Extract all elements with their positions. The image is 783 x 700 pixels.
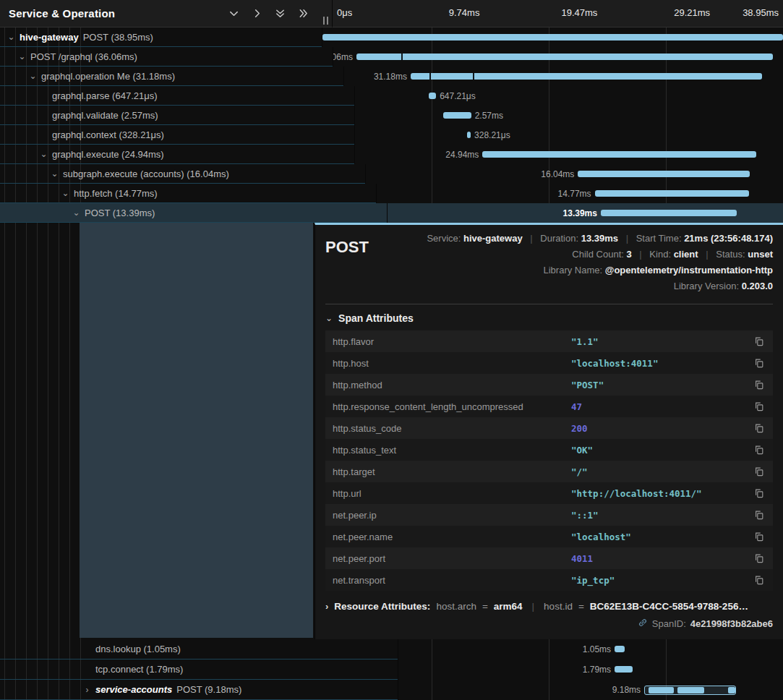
span-name-cell[interactable]: ⌄ http.fetch (14.77ms) xyxy=(0,184,376,203)
span-attributes-section-toggle[interactable]: ⌄ Span Attributes xyxy=(325,312,414,324)
detail-divider xyxy=(325,304,773,304)
span-timeline-cell[interactable]: 16.04ms xyxy=(365,164,783,184)
span-duration-bar[interactable] xyxy=(443,112,471,119)
span-name-cell[interactable]: ⌄ graphql.execute (24.94ms) xyxy=(0,145,354,164)
chevron-right-icon[interactable] xyxy=(252,8,262,19)
link-icon[interactable] xyxy=(638,618,648,630)
copy-icon[interactable] xyxy=(753,552,766,565)
resource-attributes-toggle[interactable]: › Resource Attributes: host.arch = arm64… xyxy=(325,601,773,612)
span-duration-bar[interactable] xyxy=(595,190,749,197)
span-duration-bar[interactable] xyxy=(429,93,436,99)
span-timeline-cell[interactable]: 36.06ms xyxy=(333,47,783,67)
copy-icon[interactable] xyxy=(753,530,766,543)
span-timeline-cell[interactable]: 1.05ms xyxy=(398,639,783,660)
span-timeline-cell[interactable]: 13.39ms xyxy=(387,203,783,223)
span-duration-bar[interactable] xyxy=(356,54,773,60)
span-row[interactable]: ⌄ subgraph.execute (accounts) (16.04ms) … xyxy=(0,164,783,184)
copy-icon[interactable] xyxy=(753,487,766,500)
chevron-down-icon[interactable]: ⌄ xyxy=(40,150,48,158)
span-name-cell[interactable]: dns.lookup (1.05ms) xyxy=(0,639,398,660)
span-duration-bar[interactable] xyxy=(615,666,632,673)
copy-icon[interactable] xyxy=(753,378,766,391)
chevron-down-icon[interactable]: ⌄ xyxy=(72,208,80,217)
span-operation-label: graphql.validate (2.57ms) xyxy=(52,110,158,121)
span-name-cell[interactable]: ⌄ subgraph.execute (accounts) (16.04ms) xyxy=(0,164,365,184)
span-attributes-table: http.flavor "1.1" http.host "localhost:4… xyxy=(325,330,773,591)
chevron-down-icon[interactable]: ⌄ xyxy=(51,169,59,178)
span-name-cell[interactable]: › service-accounts POST (9.18ms) xyxy=(0,680,398,700)
attribute-value: "ip_tcp" xyxy=(571,575,753,586)
chevron-down-icon[interactable]: ⌄ xyxy=(7,33,15,41)
chevron-down-icon[interactable]: ⌄ xyxy=(29,72,37,80)
chevron-down-icon[interactable]: ⌄ xyxy=(18,52,26,61)
span-name-cell[interactable]: tcp.connect (1.79ms) xyxy=(0,660,398,680)
copy-icon[interactable] xyxy=(753,422,766,435)
span-row[interactable]: ⌄ hive-gateway POST (38.95ms) 38.95ms xyxy=(0,27,783,47)
span-row[interactable]: ⌄ graphql.operation Me (31.18ms) 31.18ms xyxy=(0,67,783,86)
span-row[interactable]: ⌄ http.fetch (14.77ms) 14.77ms xyxy=(0,184,783,203)
span-duration-bar[interactable] xyxy=(601,210,737,216)
span-timeline-cell[interactable]: 31.18ms xyxy=(343,67,783,86)
span-timeline-cell[interactable]: 328.21μs xyxy=(354,125,783,145)
span-row-selected[interactable]: ⌄ POST (13.39ms) 13.39ms xyxy=(0,203,783,223)
double-chevron-down-icon[interactable] xyxy=(275,8,286,19)
span-duration-bar[interactable] xyxy=(578,171,750,177)
span-row[interactable]: graphql.validate (2.57ms) 2.57ms xyxy=(0,106,783,125)
copy-icon[interactable] xyxy=(753,443,766,456)
span-duration-bar[interactable] xyxy=(615,646,625,652)
span-duration-bar[interactable] xyxy=(644,686,736,695)
span-duration-label: 36.06ms xyxy=(333,52,353,62)
span-row[interactable]: ⌄ graphql.execute (24.94ms) 24.94ms xyxy=(0,145,783,164)
chevron-down-icon[interactable] xyxy=(228,8,239,19)
span-row[interactable]: graphql.parse (647.21μs) 647.21μs xyxy=(0,86,783,106)
span-name-cell[interactable]: ⌄ hive-gateway POST (38.95ms) xyxy=(0,27,322,47)
span-row[interactable]: ⌄ POST /graphql (36.06ms) 36.06ms xyxy=(0,47,783,67)
span-detail-panel: POST Service: hive-gateway | Duration: 1… xyxy=(315,223,783,639)
attribute-row: http.status_text "OK" xyxy=(325,439,773,461)
span-duration-bar[interactable] xyxy=(411,73,762,80)
span-name-cell[interactable]: ⌄ graphql.operation Me (31.18ms) xyxy=(0,67,343,86)
span-name-cell[interactable]: graphql.validate (2.57ms) xyxy=(0,106,354,125)
chevron-down-icon[interactable]: ⌄ xyxy=(61,189,69,197)
span-name-cell[interactable]: graphql.context (328.21μs) xyxy=(0,125,354,145)
span-duration-bar[interactable] xyxy=(467,132,471,138)
attribute-row: http.flavor "1.1" xyxy=(325,330,773,352)
chevron-right-icon: › xyxy=(325,601,328,612)
span-duration-bar[interactable] xyxy=(322,34,783,40)
span-duration-bar[interactable] xyxy=(482,151,756,158)
kind-label: Kind: xyxy=(649,249,671,260)
span-row[interactable]: graphql.context (328.21μs) 328.21μs xyxy=(0,125,783,145)
span-duration-label: 24.94ms xyxy=(445,150,479,160)
span-timeline-cell[interactable]: 24.94ms xyxy=(354,145,783,164)
status-label: Status: xyxy=(716,249,745,260)
copy-icon[interactable] xyxy=(753,357,766,370)
span-name-cell[interactable]: ⌄ POST (13.39ms) xyxy=(0,203,387,223)
span-row[interactable]: dns.lookup (1.05ms) 1.05ms xyxy=(0,639,783,660)
span-row[interactable]: › service-accounts POST (9.18ms) 9.18ms xyxy=(0,680,783,700)
copy-icon[interactable] xyxy=(753,400,766,413)
span-timeline-cell[interactable]: 1.79ms xyxy=(398,660,783,680)
copy-icon[interactable] xyxy=(753,573,766,586)
span-timeline-cell[interactable]: 14.77ms xyxy=(376,184,783,203)
span-timeline-cell[interactable]: 38.95ms xyxy=(322,27,783,47)
attribute-key: http.method xyxy=(333,380,571,390)
child-count-value: 3 xyxy=(626,249,631,260)
timeline-tick: 38.95ms xyxy=(743,7,779,18)
copy-icon[interactable] xyxy=(753,465,766,478)
span-timeline-cell[interactable]: 9.18ms xyxy=(398,680,783,700)
chevron-right-icon[interactable]: › xyxy=(83,686,91,694)
start-time-label: Start Time: xyxy=(636,233,682,244)
attribute-value: "localhost" xyxy=(571,532,753,542)
copy-icon[interactable] xyxy=(753,508,766,521)
span-name-cell[interactable]: graphql.parse (647.21μs) xyxy=(0,86,354,106)
span-duration-label: 328.21μs xyxy=(474,130,510,140)
double-chevron-right-icon[interactable] xyxy=(298,8,309,19)
span-timeline-cell[interactable]: 2.57ms xyxy=(354,106,783,125)
column-resize-handle[interactable] xyxy=(323,17,328,25)
span-row[interactable]: tcp.connect (1.79ms) 1.79ms xyxy=(0,660,783,680)
span-name-cell[interactable]: ⌄ POST /graphql (36.06ms) xyxy=(0,47,333,67)
span-timeline-cell[interactable]: 647.21μs xyxy=(354,86,783,106)
copy-icon[interactable] xyxy=(753,335,766,348)
selected-span-indent-box xyxy=(80,223,313,638)
attribute-key: http.host xyxy=(333,358,571,369)
